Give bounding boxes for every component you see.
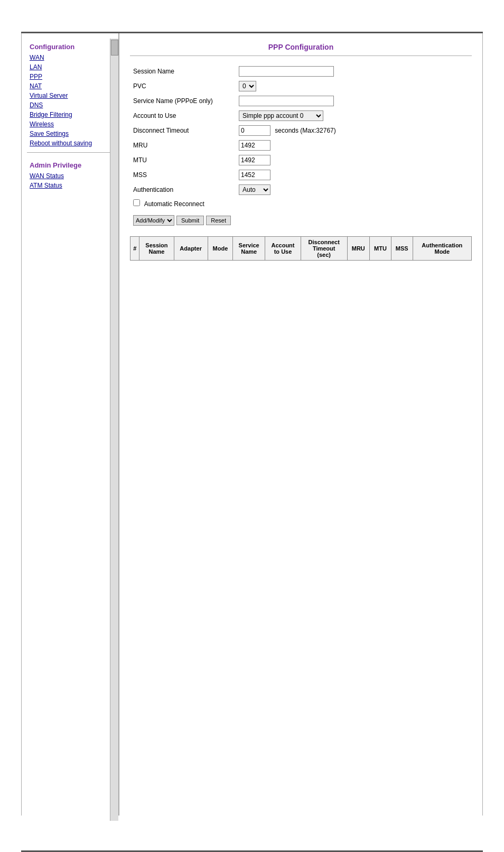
auto-reconnect-checkbox[interactable] (133, 199, 140, 206)
col-hash: # (130, 237, 139, 261)
sidebar-item-wan-status[interactable]: WAN Status (22, 171, 118, 181)
pvc-cell: 0 1 2 (236, 79, 472, 94)
content-area: PPP Configuration Session Name PVC 0 1 2 (119, 33, 482, 816)
form-row-buttons: Add/Modify Submit Reset (130, 210, 472, 231)
disconnect-timeout-label: Disconnect Timeout (130, 123, 236, 138)
form-row-mru: MRU (130, 138, 472, 153)
pvc-select[interactable]: 0 1 2 (239, 81, 256, 91)
sidebar-item-ppp[interactable]: PPP (22, 72, 118, 81)
sidebar-item-reboot-without-saving[interactable]: Reboot without saving (22, 138, 118, 148)
mtu-cell (236, 153, 472, 168)
service-name-label: Service Name (PPPoE only) (130, 94, 236, 108)
sidebar-divider (27, 152, 113, 153)
page-title: PPP Configuration (130, 39, 472, 56)
service-name-cell (236, 94, 472, 108)
sidebar-item-dns[interactable]: DNS (22, 100, 118, 110)
sidebar-item-nat[interactable]: NAT (22, 81, 118, 91)
mtu-label: MTU (130, 153, 236, 168)
col-service-name: ServiceName (233, 237, 265, 261)
session-name-cell (236, 64, 472, 79)
ppp-sessions-table: # SessionName Adapter Mode ServiceName A… (130, 236, 472, 261)
disconnect-timeout-cell: seconds (Max:32767) (236, 123, 472, 138)
col-mode: Mode (208, 237, 232, 261)
page-wrapper: Configuration WAN LAN PPP NAT Virtual Se… (0, 32, 504, 852)
form-row-authentication: Authentication Auto PAP CHAP (130, 182, 472, 197)
ppp-form: Session Name PVC 0 1 2 (130, 64, 472, 231)
sidebar-item-atm-status[interactable]: ATM Status (22, 181, 118, 190)
sidebar-scrollbar[interactable] (110, 39, 118, 821)
pvc-label: PVC (130, 79, 236, 94)
auto-reconnect-label[interactable]: Automatic Reconnect (133, 200, 204, 208)
reset-button[interactable]: Reset (206, 216, 231, 225)
scrollbar-thumb (111, 40, 118, 55)
form-row-session-name: Session Name (130, 64, 472, 79)
col-session-name: SessionName (139, 237, 174, 261)
col-account-to-use: Accountto Use (265, 237, 301, 261)
mru-label: MRU (130, 138, 236, 153)
session-name-label: Session Name (130, 64, 236, 79)
form-row-auto-reconnect: Automatic Reconnect (130, 197, 472, 210)
sidebar-item-bridge-filtering[interactable]: Bridge Filtering (22, 110, 118, 119)
form-row-mtu: MTU (130, 153, 472, 168)
sidebar-item-save-settings[interactable]: Save Settings (22, 129, 118, 138)
sidebar-item-lan[interactable]: LAN (22, 62, 118, 72)
auto-reconnect-cell: Automatic Reconnect (130, 197, 472, 210)
disconnect-timeout-note: seconds (Max:32767) (275, 127, 335, 134)
account-to-use-select[interactable]: Simple ppp account 0 (239, 110, 323, 121)
mss-input[interactable] (239, 170, 270, 180)
disconnect-timeout-input[interactable] (239, 125, 270, 136)
sidebar-item-wan[interactable]: WAN (22, 53, 118, 62)
sidebar-item-virtual-server[interactable]: Virtual Server (22, 91, 118, 100)
button-row: Add/Modify Submit Reset (133, 212, 469, 229)
col-mru: MRU (347, 237, 369, 261)
authentication-select[interactable]: Auto PAP CHAP (239, 184, 270, 195)
admin-section-title: Admin Privilege (22, 157, 118, 171)
form-row-pvc: PVC 0 1 2 (130, 79, 472, 94)
mru-cell (236, 138, 472, 153)
col-mtu: MTU (370, 237, 391, 261)
session-name-input[interactable] (239, 66, 334, 77)
mss-label: MSS (130, 168, 236, 182)
col-auth-mode: AuthenticationMode (413, 237, 471, 261)
config-section-title: Configuration (22, 39, 118, 53)
add-modify-select[interactable]: Add/Modify (133, 215, 174, 226)
submit-button[interactable]: Submit (176, 216, 204, 225)
col-mss: MSS (391, 237, 413, 261)
authentication-label: Authentication (130, 182, 236, 197)
col-disconnect-timeout: DisconnectTimeout(sec) (301, 237, 347, 261)
col-adapter: Adapter (174, 237, 208, 261)
auto-reconnect-text: Automatic Reconnect (144, 200, 204, 208)
sidebar: Configuration WAN LAN PPP NAT Virtual Se… (22, 33, 119, 816)
form-row-disconnect-timeout: Disconnect Timeout seconds (Max:32767) (130, 123, 472, 138)
mtu-input[interactable] (239, 155, 270, 165)
mss-cell (236, 168, 472, 182)
authentication-cell: Auto PAP CHAP (236, 182, 472, 197)
mru-input[interactable] (239, 140, 270, 151)
service-name-input[interactable] (239, 96, 334, 106)
form-row-service-name: Service Name (PPPoE only) (130, 94, 472, 108)
account-to-use-cell: Simple ppp account 0 (236, 108, 472, 123)
table-header-row: # SessionName Adapter Mode ServiceName A… (130, 237, 472, 261)
sidebar-item-wireless[interactable]: Wireless (22, 119, 118, 129)
table-header: # SessionName Adapter Mode ServiceName A… (130, 237, 472, 261)
account-to-use-label: Account to Use (130, 108, 236, 123)
button-cell: Add/Modify Submit Reset (130, 210, 472, 231)
main-layout: Configuration WAN LAN PPP NAT Virtual Se… (21, 33, 483, 816)
form-row-account-to-use: Account to Use Simple ppp account 0 (130, 108, 472, 123)
form-row-mss: MSS (130, 168, 472, 182)
